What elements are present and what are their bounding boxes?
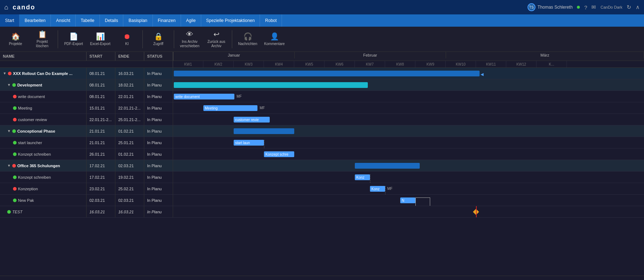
row-name-text: Office 365 Schulungen — [17, 164, 60, 168]
archiv-out-icon: ↩ — [213, 30, 220, 39]
collapse-arrow[interactable]: ▼ — [7, 164, 11, 168]
gantt-bar[interactable]: write document — [174, 94, 234, 99]
menu-item-ansicht[interactable]: Ansicht — [51, 14, 75, 27]
menu-item-spezielle[interactable]: Spezielle Projektaktionen — [201, 14, 260, 27]
connector-line — [385, 186, 385, 194]
week-kw-extra: K... — [537, 61, 567, 67]
week-kw7: KW7 — [355, 61, 385, 67]
collapse-arrow[interactable]: ▼ — [7, 129, 11, 133]
toolbar-pdf-export[interactable]: 📄 PDF-Export — [61, 28, 86, 50]
toolbar-projekt-loeschen[interactable]: 📋 Projekt löschen — [30, 28, 55, 50]
zugriff-label: Zugriff — [153, 42, 163, 46]
menu-item-start[interactable]: Start — [0, 14, 19, 27]
top-bar-right: TS Thomas Schlereth ? ✉ CanDo Dark ↻ ∧ — [528, 3, 640, 11]
week-kw3: KW3 — [234, 61, 264, 67]
row-end: 25.01.21-2... — [115, 114, 144, 125]
row-name-text: Konzeption — [18, 187, 38, 191]
gantt-body[interactable]: ▼ XXX Rollout Can Do Example ... 08.01.2… — [0, 68, 644, 276]
row-end: 02.03.21 — [115, 195, 144, 206]
gantt-bar[interactable]: Konz — [355, 174, 370, 180]
excel-label: Excel-Export — [90, 42, 111, 46]
row-chart: N — [173, 195, 644, 206]
status-dot — [13, 141, 17, 145]
row-name-text: write document — [18, 94, 45, 99]
menu-item-robot[interactable]: Robot — [260, 14, 282, 27]
collapse-arrow[interactable]: ▼ — [7, 83, 11, 87]
row-start: 17.02.21 — [87, 160, 115, 171]
row-name: Konzept schreiben — [0, 148, 87, 160]
mail-icon[interactable]: ✉ — [591, 4, 596, 10]
week-kw10: KW10 — [446, 61, 476, 67]
status-dot — [13, 187, 17, 191]
toolbar-kommentare[interactable]: 👤 Kommentare — [262, 28, 287, 50]
table-row: Konzept schreiben 26.01.21 01.02.21 In P… — [0, 148, 644, 160]
month-januar: Januar — [173, 52, 295, 58]
row-name-text: customer review — [18, 117, 47, 122]
menu-item-bearbeiten[interactable]: Bearbeiten — [19, 14, 51, 27]
toolbar-zugriff[interactable]: 🔒 Zugriff — [146, 28, 171, 50]
toolbar-divider-2 — [142, 30, 143, 48]
row-chart: Meeting MF — [173, 102, 644, 114]
row-start: 08.01.21 — [87, 79, 115, 90]
week-kw8: KW8 — [385, 61, 415, 67]
table-row: write document 08.01.21 22.01.21 In Plan… — [0, 91, 644, 102]
bar-label-mf: MF — [387, 187, 392, 191]
collapse-icon[interactable]: ∧ — [636, 4, 640, 10]
menu-item-finanzen[interactable]: Finanzen — [153, 14, 181, 27]
status-dot — [12, 164, 16, 168]
help-icon[interactable]: ? — [584, 4, 587, 10]
row-name-text: start launcher — [18, 141, 42, 145]
status-dot — [13, 118, 17, 121]
toolbar-nachrichten[interactable]: 🎧 Nachrichten — [235, 28, 260, 50]
status-dot — [13, 95, 17, 98]
main-content: NAME START ENDE STATUS Januar Februar Mä… — [0, 52, 644, 280]
toolbar: 🏠 Projekte 📋 Projekt löschen 📄 PDF-Expor… — [0, 27, 644, 52]
menu-item-basisplan[interactable]: Basisplan — [123, 14, 153, 27]
gantt-bar[interactable] — [174, 82, 368, 88]
gantt-bar[interactable]: customer revie — [234, 117, 270, 123]
row-name-text: XXX Rollout Can Do Example ... — [13, 71, 72, 76]
col-header-start: START — [87, 52, 115, 61]
toolbar-projekte[interactable]: 🏠 Projekte — [3, 28, 28, 50]
row-name-text: New Pak — [18, 198, 34, 203]
month-februar: Februar — [295, 52, 446, 58]
table-row: Konzeption 23.02.21 25.02.21 In Planu Ko… — [0, 183, 644, 195]
row-chart — [173, 125, 644, 137]
gantt-bar[interactable] — [355, 163, 420, 169]
menu-item-details[interactable]: Details — [100, 14, 124, 27]
row-name: Meeting — [0, 102, 87, 114]
table-row: ▼ XXX Rollout Can Do Example ... 08.01.2… — [0, 68, 644, 79]
gantt-bar[interactable]: start laun — [234, 140, 264, 146]
bar-end-arrow: ◄ — [480, 71, 485, 77]
menu-item-agile[interactable]: Agile — [181, 14, 201, 27]
gantt-bar[interactable] — [174, 71, 480, 76]
loeschen-label: Projekt löschen — [31, 40, 53, 48]
ki-icon: ⏺ — [123, 32, 131, 41]
refresh-icon[interactable]: ↻ — [627, 4, 631, 10]
connector-line — [415, 197, 416, 206]
gantt-bar[interactable]: Meeting — [203, 105, 257, 111]
row-start: 23.02.21 — [87, 183, 115, 194]
row-status: In Planu — [144, 172, 173, 183]
toolbar-excel-export[interactable]: 📊 Excel-Export — [88, 28, 113, 50]
table-row: Konzept schreiben 17.02.21 19.02.21 In P… — [0, 172, 644, 183]
gantt-bar[interactable]: Konzept schre — [264, 151, 294, 157]
user-name: Thomas Schlereth — [538, 5, 573, 10]
row-name-text: Meeting — [18, 106, 32, 110]
gantt-bar[interactable] — [234, 128, 294, 134]
collapse-arrow[interactable]: ▼ — [3, 71, 6, 75]
avatar: TS — [528, 3, 535, 11]
row-chart — [173, 160, 644, 171]
toolbar-ins-archiv[interactable]: 👁 Ins Archiv verschieben — [177, 28, 202, 50]
toolbar-aus-archiv[interactable]: ↩ Zurück aus Archiv — [204, 28, 229, 50]
menu-item-tabelle[interactable]: Tabelle — [76, 14, 100, 27]
row-chart: ◄ — [173, 68, 644, 79]
resize-handle[interactable] — [0, 276, 644, 280]
row-name-text: TEST — [12, 210, 22, 214]
toolbar-ki[interactable]: ⏺ KI — [114, 28, 140, 50]
gantt-bar[interactable]: Konz — [370, 186, 385, 192]
gantt-bar[interactable]: N — [400, 197, 415, 203]
top-bar: ⌂ cando TS Thomas Schlereth ? ✉ CanDo Da… — [0, 0, 644, 14]
home-icon[interactable]: ⌂ — [4, 4, 8, 11]
row-start: 21.01.21 — [87, 125, 115, 137]
